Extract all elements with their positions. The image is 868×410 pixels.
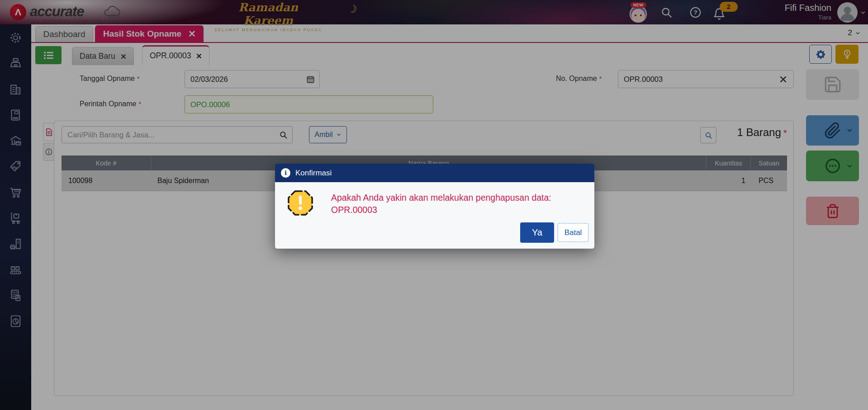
yes-button[interactable]: Ya [520, 222, 554, 243]
dialog-title: Konfirmasi [295, 169, 332, 178]
dialog-message: Apakah Anda yakin akan melakukan penghap… [331, 192, 551, 216]
dialog-actions: Ya Batal [520, 222, 588, 243]
dialog-body: Apakah Anda yakin akan melakukan penghap… [275, 182, 594, 249]
warning-icon [287, 190, 313, 216]
cancel-button[interactable]: Batal [558, 223, 588, 242]
dialog-header: i Konfirmasi [275, 164, 594, 182]
info-icon: i [281, 168, 290, 178]
app-root: Λ accurate online v1.0.1#3779-587261 [34… [0, 0, 868, 410]
confirmation-dialog: i Konfirmasi Apakah Anda yakin akan mela… [275, 164, 594, 249]
